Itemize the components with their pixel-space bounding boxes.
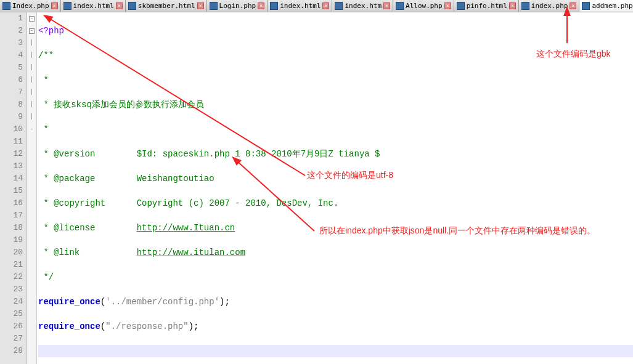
close-icon[interactable]: × <box>322 2 329 9</box>
code-text: <?php <box>38 26 64 36</box>
close-icon[interactable]: × <box>383 2 390 9</box>
editor[interactable]: 1234567891011121314151617181920212223242… <box>0 12 633 364</box>
tab-skbmember[interactable]: skbmember.html× <box>126 0 207 12</box>
tab-index-html-2[interactable]: index.html× <box>267 0 332 12</box>
code-text: * 接收sksq添加会员的参数执行添加会员 <box>38 100 204 110</box>
highlighted-line <box>38 345 633 357</box>
link-text[interactable]: http://www.itulan.com <box>137 248 245 257</box>
tab-index-htm[interactable]: index.htm× <box>332 0 393 12</box>
link-text[interactable]: http://www.Ituan.cn <box>137 223 235 233</box>
file-icon <box>128 2 136 10</box>
tab-login-php[interactable]: Login.php× <box>207 0 268 12</box>
tab-index-php-2[interactable]: index.php× <box>519 0 580 12</box>
code-text: * @copyright Copyright (c) 2007 - 2010, … <box>38 198 338 208</box>
tab-bar: Index.php× index.html× skbmember.html× L… <box>0 0 633 12</box>
file-icon <box>335 2 343 10</box>
close-icon[interactable]: × <box>570 2 576 9</box>
close-icon[interactable]: × <box>509 2 516 9</box>
code-text: * @version $Id: spaceskin.php 1 8:38 201… <box>38 149 380 159</box>
file-icon <box>396 2 404 10</box>
file-icon <box>210 2 218 10</box>
code-text: * @link <box>38 248 137 257</box>
close-icon[interactable]: × <box>197 2 204 9</box>
tab-allow-php[interactable]: Allow.php× <box>393 0 454 12</box>
code-text: * @package Weishangtoutiao <box>38 174 214 184</box>
code-text: */ <box>38 272 54 282</box>
code-text: require_once <box>38 322 100 331</box>
fold-minus-icon[interactable]: - <box>29 28 35 34</box>
close-icon[interactable]: × <box>51 2 58 9</box>
file-icon <box>2 2 10 10</box>
code-text: * <box>38 124 49 134</box>
file-icon <box>457 2 465 10</box>
tab-index-php[interactable]: Index.php× <box>0 0 61 12</box>
line-number-gutter: 1234567891011121314151617181920212223242… <box>0 12 27 364</box>
tab-index-html[interactable]: index.html× <box>61 0 126 12</box>
code-text: require_once <box>38 297 100 307</box>
file-icon <box>270 2 278 10</box>
tab-pinfo-html[interactable]: pinfo.html× <box>454 0 519 12</box>
code-text: * <box>38 75 49 85</box>
file-icon <box>582 2 590 10</box>
file-icon <box>521 2 529 10</box>
close-icon[interactable]: × <box>258 2 264 9</box>
code-text: * @license <box>38 223 137 233</box>
tab-addmem-php[interactable]: addmem.php× <box>579 0 633 12</box>
fold-column: - - ||||||| - <box>27 12 37 364</box>
fold-minus-icon[interactable]: - <box>29 16 35 22</box>
code-content[interactable]: <?php /** * * 接收sksq添加会员的参数执行添加会员 * * @v… <box>37 12 633 364</box>
code-text: /** <box>38 51 54 60</box>
file-icon <box>63 2 71 10</box>
close-icon[interactable]: × <box>116 2 123 9</box>
close-icon[interactable]: × <box>444 2 451 9</box>
